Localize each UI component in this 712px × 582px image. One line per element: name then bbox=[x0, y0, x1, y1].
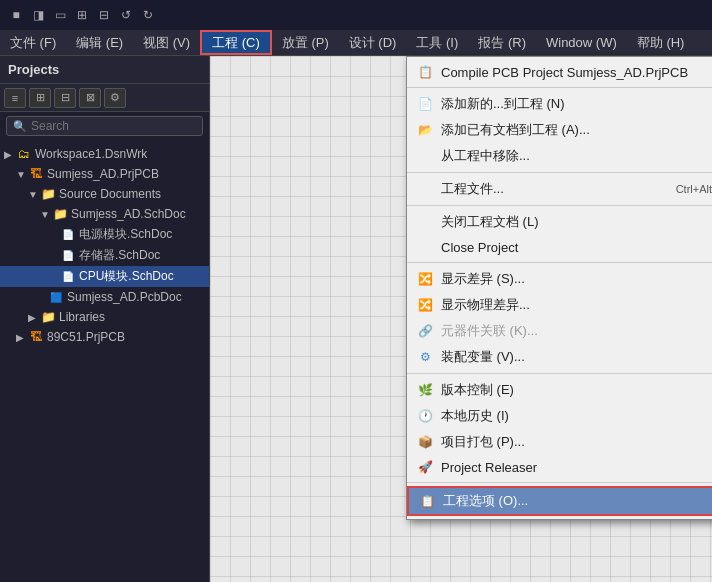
panel-title: Projects bbox=[0, 56, 209, 84]
add-existing-label: 添加已有文档到工程 (A)... bbox=[441, 121, 712, 139]
menu-dropbox[interactable]: 📦 项目打包 (P)... bbox=[407, 429, 712, 455]
tree-item-workspace[interactable]: ▶ 🗂 Workspace1.DsnWrk bbox=[0, 144, 209, 164]
toolbar-btn-close[interactable]: ⊠ bbox=[79, 88, 101, 108]
menu-local-history[interactable]: 🕐 本地历史 (I) ▶ bbox=[407, 403, 712, 429]
89c51-label: 89C51.PrjPCB bbox=[47, 330, 125, 344]
tree-item-sumjess-prjpcb[interactable]: ▼ 🏗 Sumjess_AD.PrjPCB bbox=[0, 164, 209, 184]
search-icon: 🔍 bbox=[13, 120, 27, 133]
menu-assemble-var[interactable]: ⚙ 装配变量 (V)... bbox=[407, 344, 712, 370]
menu-show-physical-diff[interactable]: 🔀 显示物理差异... bbox=[407, 292, 712, 318]
menu-project-options[interactable]: 📋 工程选项 (O)... bbox=[407, 486, 712, 516]
menu-window[interactable]: Window (W) bbox=[536, 30, 627, 55]
sep-4 bbox=[407, 262, 712, 263]
sch-icon-cunchu: 📄 bbox=[60, 248, 76, 264]
menu-version-ctrl[interactable]: 🌿 版本控制 (E) ▶ bbox=[407, 377, 712, 403]
search-box[interactable]: 🔍 bbox=[6, 116, 203, 136]
menu-close-project[interactable]: Close Project bbox=[407, 235, 712, 259]
dropbox-icon: 📦 bbox=[415, 434, 435, 450]
menu-view[interactable]: 视图 (V) bbox=[133, 30, 200, 55]
menu-remove[interactable]: 从工程中移除... bbox=[407, 143, 712, 169]
tree-item-sumjess-schdoc[interactable]: ▼ 📁 Sumjess_AD.SchDoc bbox=[0, 204, 209, 224]
toolbar-btn-menu[interactable]: ≡ bbox=[4, 88, 26, 108]
app-icon: ■ bbox=[8, 7, 24, 23]
project-files-label: 工程文件... bbox=[441, 180, 656, 198]
content-area: 📋 Compile PCB Project Sumjess_AD.PrjPCB … bbox=[210, 56, 712, 582]
toolbar-btn-new[interactable]: ⊞ bbox=[29, 88, 51, 108]
dianyuan-label: 电源模块.SchDoc bbox=[79, 226, 172, 243]
close-project-label: Close Project bbox=[441, 240, 712, 255]
menu-tools[interactable]: 工具 (I) bbox=[406, 30, 468, 55]
tree-item-source-docs[interactable]: ▼ 📁 Source Documents bbox=[0, 184, 209, 204]
tree-arrow-workspace: ▶ bbox=[4, 149, 16, 160]
tree-arrow-sumjess: ▼ bbox=[16, 169, 28, 180]
tree-item-89c51[interactable]: ▶ 🏗 89C51.PrjPCB bbox=[0, 327, 209, 347]
redo-icon[interactable]: ↻ bbox=[140, 7, 156, 23]
tree-item-cpu[interactable]: 📄 CPU模块.SchDoc bbox=[0, 266, 209, 287]
menu-add-existing[interactable]: 📂 添加已有文档到工程 (A)... bbox=[407, 117, 712, 143]
component-link-label: 元器件关联 (K)... bbox=[441, 322, 712, 340]
menu-file[interactable]: 文件 (F) bbox=[0, 30, 66, 55]
tree-arrow-89c51: ▶ bbox=[16, 332, 28, 343]
save-icon[interactable]: ⊞ bbox=[74, 7, 90, 23]
sumjess-schdoc-label: Sumjess_AD.SchDoc bbox=[71, 207, 186, 221]
sumjess-pcbdoc-label: Sumjess_AD.PcbDoc bbox=[67, 290, 182, 304]
cunchu-label: 存储器.SchDoc bbox=[79, 247, 160, 264]
panel-toolbar: ≡ ⊞ ⊟ ⊠ ⚙ bbox=[0, 84, 209, 112]
tree-item-dianyuan[interactable]: 📄 电源模块.SchDoc bbox=[0, 224, 209, 245]
new-icon[interactable]: ◨ bbox=[30, 7, 46, 23]
menu-project-files[interactable]: 工程文件... Ctrl+Alt+O bbox=[407, 176, 712, 202]
project-icon-sumjess: 🏗 bbox=[28, 166, 44, 182]
undo-icon[interactable]: ↺ bbox=[118, 7, 134, 23]
sch-icon-cpu: 📄 bbox=[60, 269, 76, 285]
menu-reports[interactable]: 报告 (R) bbox=[468, 30, 536, 55]
menu-close-docs[interactable]: 关闭工程文档 (L) bbox=[407, 209, 712, 235]
project-dropdown-menu: 📋 Compile PCB Project Sumjess_AD.PrjPCB … bbox=[406, 56, 712, 520]
menu-help[interactable]: 帮助 (H) bbox=[627, 30, 695, 55]
add-new-label: 添加新的...到工程 (N) bbox=[441, 95, 712, 113]
project-icon-89c51: 🏗 bbox=[28, 329, 44, 345]
tree-arrow-schdoc: ▼ bbox=[40, 209, 52, 220]
show-physical-diff-label: 显示物理差异... bbox=[441, 296, 712, 314]
libraries-label: Libraries bbox=[59, 310, 105, 324]
tree-item-cunchu[interactable]: 📄 存储器.SchDoc bbox=[0, 245, 209, 266]
show-diff-icon: 🔀 bbox=[415, 271, 435, 287]
folder-icon-schdoc: 📁 bbox=[52, 206, 68, 222]
pcb-icon-sumjess: 🟦 bbox=[48, 289, 64, 305]
menu-show-diff[interactable]: 🔀 显示差异 (S)... bbox=[407, 266, 712, 292]
open-icon[interactable]: ▭ bbox=[52, 7, 68, 23]
tree-item-sumjess-pcbdoc[interactable]: 🟦 Sumjess_AD.PcbDoc bbox=[0, 287, 209, 307]
workspace-icon: 🗂 bbox=[16, 146, 32, 162]
assemble-var-icon: ⚙ bbox=[415, 349, 435, 365]
sep-3 bbox=[407, 205, 712, 206]
local-history-icon: 🕐 bbox=[415, 408, 435, 424]
tree-arrow-libraries: ▶ bbox=[28, 312, 40, 323]
menu-add-new[interactable]: 📄 添加新的...到工程 (N) ▶ bbox=[407, 91, 712, 117]
cpu-label: CPU模块.SchDoc bbox=[79, 268, 174, 285]
menu-design[interactable]: 设计 (D) bbox=[339, 30, 407, 55]
menu-compile[interactable]: 📋 Compile PCB Project Sumjess_AD.PrjPCB bbox=[407, 60, 712, 84]
sch-icon-dianyuan: 📄 bbox=[60, 227, 76, 243]
compile-label: Compile PCB Project Sumjess_AD.PrjPCB bbox=[441, 65, 712, 80]
close-docs-icon bbox=[415, 214, 435, 230]
sumjess-prjpcb-label: Sumjess_AD.PrjPCB bbox=[47, 167, 159, 181]
local-history-label: 本地历史 (I) bbox=[441, 407, 712, 425]
menu-project[interactable]: 工程 (C) bbox=[200, 30, 272, 55]
menu-component-link: 🔗 元器件关联 (K)... bbox=[407, 318, 712, 344]
dropbox-label: 项目打包 (P)... bbox=[441, 433, 712, 451]
tree-item-libraries[interactable]: ▶ 📁 Libraries bbox=[0, 307, 209, 327]
menu-place[interactable]: 放置 (P) bbox=[272, 30, 339, 55]
source-docs-label: Source Documents bbox=[59, 187, 161, 201]
menu-edit[interactable]: 编辑 (E) bbox=[66, 30, 133, 55]
folder-icon-libraries: 📁 bbox=[40, 309, 56, 325]
print-icon[interactable]: ⊟ bbox=[96, 7, 112, 23]
menu-project-releaser[interactable]: 🚀 Project Releaser bbox=[407, 455, 712, 479]
toolbar-btn-open[interactable]: ⊟ bbox=[54, 88, 76, 108]
folder-icon-source: 📁 bbox=[40, 186, 56, 202]
search-input[interactable] bbox=[31, 119, 196, 133]
version-ctrl-label: 版本控制 (E) bbox=[441, 381, 712, 399]
project-options-icon: 📋 bbox=[417, 493, 437, 509]
sep-5 bbox=[407, 373, 712, 374]
remove-label: 从工程中移除... bbox=[441, 147, 712, 165]
toolbar-btn-settings[interactable]: ⚙ bbox=[104, 88, 126, 108]
sep-2 bbox=[407, 172, 712, 173]
